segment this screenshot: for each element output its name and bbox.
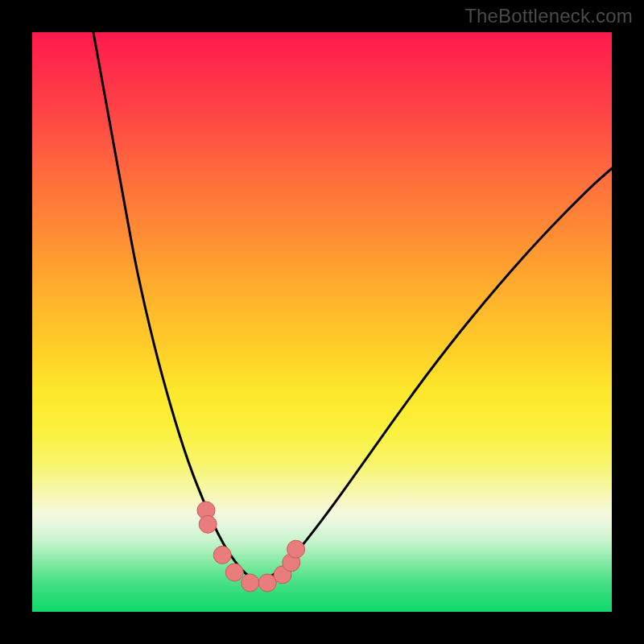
chart-svg [32, 32, 612, 612]
data-marker [287, 540, 305, 558]
data-marker [242, 574, 259, 592]
plot-area [32, 32, 612, 612]
bottleneck-curve-left [90, 32, 258, 582]
watermark-label: TheBottleneck.com [464, 5, 633, 27]
data-marker [225, 564, 243, 581]
data-marker [213, 546, 231, 564]
bottleneck-curve-right [258, 168, 612, 581]
marker-group [197, 502, 305, 592]
data-marker [199, 515, 217, 533]
chart-frame: TheBottleneck.com [0, 0, 644, 644]
